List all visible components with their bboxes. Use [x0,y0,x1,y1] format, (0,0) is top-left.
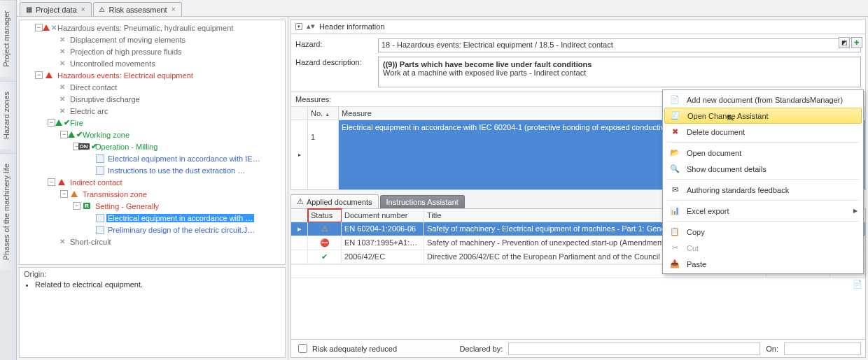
tree-item-node[interactable]: ✕Short-circuit [22,236,284,247]
close-icon[interactable]: × [80,6,87,13]
tree-group-node[interactable]: −Transmission zone [22,188,284,200]
cut-icon: ✂ [668,243,681,252]
docs-open-icon[interactable]: 📄 [853,280,862,289]
tab-applied-documents[interactable]: ⚠ Applied documents [290,194,379,208]
tree-doc-node[interactable]: Preliminary design of the electric circu… [22,224,284,236]
menu-item[interactable]: 🔍Show document details [664,161,862,177]
expander-icon[interactable]: − [73,202,80,210]
on-label: On: [766,345,778,353]
origin-panel: Origin: Related to electrical equipment. [19,267,286,358]
menu-item-label: Excel export [687,207,729,215]
row-handle[interactable] [291,236,308,250]
risk-reduced-checkbox[interactable]: Risk adequately reduced [295,342,397,355]
tree-node-glyphs: ✕ [45,23,55,33]
tab-label: Project data [36,6,77,14]
tree-node-glyphs: ✕ [57,94,67,104]
tree-node-glyphs: ✕ [57,47,67,57]
docs-col-status[interactable]: Status [308,209,342,222]
tree-node-label: Hazardous events: Pneumatic, hydraulic e… [56,24,234,32]
menu-item[interactable]: ✖Delete document [664,124,862,140]
feedback-icon: ✉ [668,185,681,194]
tree-item-node[interactable]: ✕Disruptive discharge [22,93,284,105]
tree-group-node[interactable]: −RSetting - Generally [22,200,284,212]
menu-item[interactable]: 📂Open document [664,145,862,161]
expander-icon[interactable]: − [60,190,68,198]
menu-item[interactable]: 🧾Open Change Assistant [664,108,862,124]
tree-item-node[interactable]: ✕Displacement of moving elements [22,34,284,45]
tree-group-node[interactable]: −ON✔Operation - Milling [22,141,284,152]
hazard-description-field[interactable]: ((9)) Parts which have become live under… [378,57,861,87]
status-icon: ⛔ [308,236,342,250]
menu-item[interactable]: ✉Authoring standards feedback [664,182,862,198]
close-icon[interactable]: × [170,6,177,13]
cell-document-number: EN 1037:1995+A1:2008 [342,236,424,250]
docs-col-number[interactable]: Document number [342,209,424,222]
risk-reduced-input[interactable] [298,344,307,353]
tree-group-node[interactable]: −✕Hazardous events: Pneumatic, hydraulic… [22,22,284,34]
warning-icon: ⚠ [98,6,106,14]
menu-item[interactable]: 📥Paste [664,256,862,272]
tree-group-node[interactable]: −✔Working zone [22,129,284,141]
tree-group-node[interactable]: −Hazardous events: Electrical equipment [22,69,284,81]
declared-by-input[interactable] [508,343,760,355]
status-icon: ⚠ [308,222,342,236]
tree-doc-node[interactable]: Electrical equipment in accordance with … [22,212,284,224]
menu-item-label: Cut [687,244,699,252]
tree-item-node[interactable]: ✕Projection of high pressure fluids [22,45,284,57]
measures-rowhandle[interactable]: ▸ [291,120,308,189]
tree-node-label: Indirect contact [69,178,124,187]
vertical-tab-project-manager[interactable]: Project manager [0,0,16,77]
expander-icon[interactable]: − [60,131,68,138]
tree-item-node[interactable]: ✕Uncontrolled movements [22,57,284,69]
header-info-bar[interactable]: ▾ ▴▾ Header information [290,19,866,34]
menu-item-label: Show document details [687,165,766,173]
tree-node-label: Instructions to use the dust extraction … [106,166,246,175]
on-date-input[interactable] [784,343,861,355]
tree-node-glyphs: ✕ [57,106,67,116]
menu-item-label: Authoring standards feedback [687,186,789,194]
expander-icon[interactable]: − [48,178,55,186]
chevron-down-icon[interactable]: ▾ [295,23,302,30]
tab-label: Risk assessment [109,6,167,14]
measures-col-no[interactable]: No. ▲ [308,106,339,120]
tree-node-glyphs: R [83,201,92,211]
measures-cell-no: 1 [308,120,339,189]
expander-icon[interactable]: − [35,71,43,79]
doc-icon: 📄 [668,95,681,104]
tree-item-node[interactable]: ✕Direct contact [22,81,284,93]
context-menu[interactable]: 📄Add new document (from StandardsManager… [662,89,864,274]
cell-document-number: 2006/42/EC [342,250,424,264]
tree-node-label: Direct contact [69,83,118,92]
vertical-tab-phases[interactable]: Phases of the machinery life [0,153,16,270]
hazard-field[interactable]: 18 - Hazardous events: Electrical equipm… [378,38,861,52]
assistant-icon: 🧾 [669,111,682,120]
tree-node-label: Displacement of moving elements [69,36,187,44]
row-handle[interactable]: ▸ [291,222,308,236]
expander-icon[interactable]: − [48,119,55,127]
origin-label: Origin: [24,270,281,278]
tree-doc-node[interactable]: Instructions to use the dust extraction … [22,164,284,176]
row-handle[interactable] [291,250,308,264]
tree-node-glyphs [95,213,105,223]
vertical-tab-hazard-zones[interactable]: Hazard zones [0,81,16,149]
menu-item[interactable]: 📊Excel export▶ [664,203,862,219]
open-icon: 📂 [668,148,681,157]
hazard-tree[interactable]: −✕Hazardous events: Pneumatic, hydraulic… [19,20,286,265]
tree-node-glyphs [57,178,67,187]
tree-group-node[interactable]: −✔Fire [22,117,284,129]
tab-instructions-assistant[interactable]: Instructions Assistant [380,195,465,208]
menu-item-label: Delete document [687,128,745,136]
tab-project-data[interactable]: ▦ Project data × [20,2,92,16]
menu-item[interactable]: 📋Copy [664,224,862,240]
tree-group-node[interactable]: −Indirect contact [22,176,284,188]
tree-item-node[interactable]: ✕Electric arc [22,105,284,117]
hazard-picker-button[interactable]: ◩ [839,37,850,48]
collapse-icon[interactable]: ▴▾ [307,24,315,29]
copy-icon: 📋 [668,227,681,236]
hazard-add-button[interactable]: ✚ [851,37,862,48]
expander-icon[interactable]: − [35,24,43,31]
tree-doc-node[interactable]: Electrical equipment in accordance with … [22,152,284,164]
tab-risk-assessment[interactable]: ⚠ Risk assessment × [93,2,182,16]
tree-node-glyphs: ✕ [57,82,67,92]
menu-item[interactable]: 📄Add new document (from StandardsManager… [664,92,862,108]
